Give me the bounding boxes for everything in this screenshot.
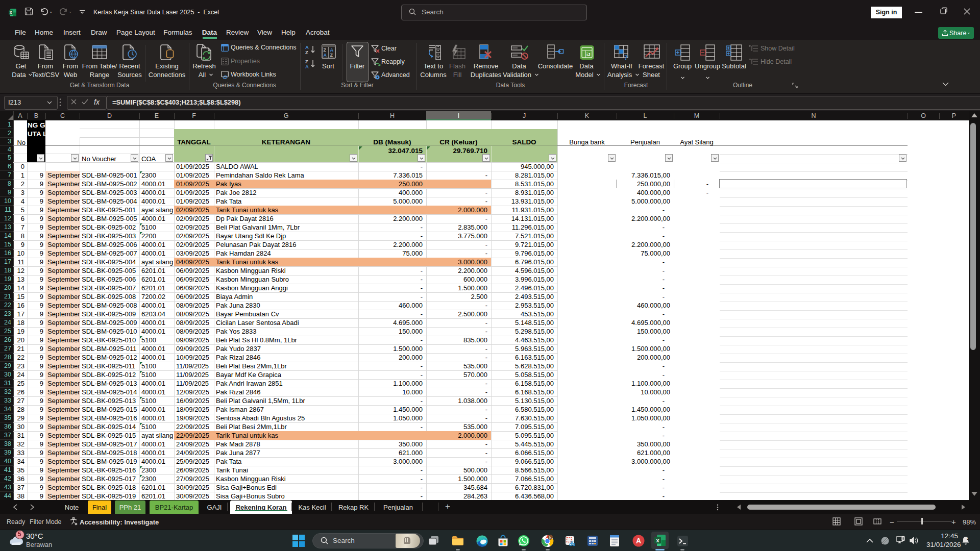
svg-text:z: z: [967, 537, 969, 540]
svg-text:k: k: [549, 535, 552, 540]
svg-text:A: A: [324, 53, 327, 58]
svg-text:x: x: [10, 10, 12, 15]
svg-text:?: ?: [624, 54, 628, 62]
svg-text:Z: Z: [305, 49, 308, 55]
svg-text:iJ: iJ: [586, 52, 591, 57]
svg-text:A: A: [636, 537, 641, 545]
svg-text:Z: Z: [330, 53, 333, 58]
svg-text:A: A: [330, 47, 334, 53]
svg-text:x: x: [656, 537, 659, 543]
svg-text:Z: Z: [324, 47, 327, 53]
